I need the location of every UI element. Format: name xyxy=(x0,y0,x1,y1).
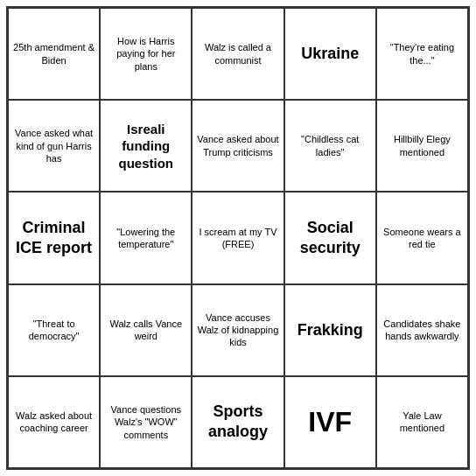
bingo-cell-10[interactable]: Criminal ICE report xyxy=(8,192,100,284)
bingo-cell-15[interactable]: "Threat to democracy" xyxy=(8,284,100,376)
bingo-cell-17[interactable]: Vance accuses Walz of kidnapping kids xyxy=(192,284,284,376)
bingo-cell-11[interactable]: "Lowering the temperature" xyxy=(100,192,192,284)
bingo-board: 25th amendment & BidenHow is Harris payi… xyxy=(6,6,470,470)
bingo-cell-7[interactable]: Vance asked about Trump criticisms xyxy=(192,100,284,192)
bingo-cell-13[interactable]: Social security xyxy=(284,192,376,284)
bingo-cell-3[interactable]: Ukraine xyxy=(284,8,376,100)
bingo-cell-14[interactable]: Someone wears a red tie xyxy=(376,192,468,284)
bingo-cell-1[interactable]: How is Harris paying for her plans xyxy=(100,8,192,100)
bingo-cell-22[interactable]: Sports analogy xyxy=(192,376,284,468)
bingo-cell-24[interactable]: Yale Law mentioned xyxy=(376,376,468,468)
bingo-cell-21[interactable]: Vance questions Walz's "WOW" comments xyxy=(100,376,192,468)
bingo-cell-4[interactable]: "They're eating the..." xyxy=(376,8,468,100)
bingo-cell-8[interactable]: "Childless cat ladies" xyxy=(284,100,376,192)
bingo-cell-20[interactable]: Walz asked about coaching career xyxy=(8,376,100,468)
bingo-cell-12[interactable]: I scream at my TV (FREE) xyxy=(192,192,284,284)
bingo-cell-6[interactable]: Isreali funding question xyxy=(100,100,192,192)
bingo-cell-23[interactable]: IVF xyxy=(284,376,376,468)
bingo-cell-0[interactable]: 25th amendment & Biden xyxy=(8,8,100,100)
bingo-cell-18[interactable]: Frakking xyxy=(284,284,376,376)
bingo-cell-9[interactable]: Hillbilly Elegy mentioned xyxy=(376,100,468,192)
bingo-cell-5[interactable]: Vance asked what kind of gun Harris has xyxy=(8,100,100,192)
bingo-cell-2[interactable]: Walz is called a communist xyxy=(192,8,284,100)
bingo-cell-16[interactable]: Walz calls Vance weird xyxy=(100,284,192,376)
bingo-cell-19[interactable]: Candidates shake hands awkwardly xyxy=(376,284,468,376)
